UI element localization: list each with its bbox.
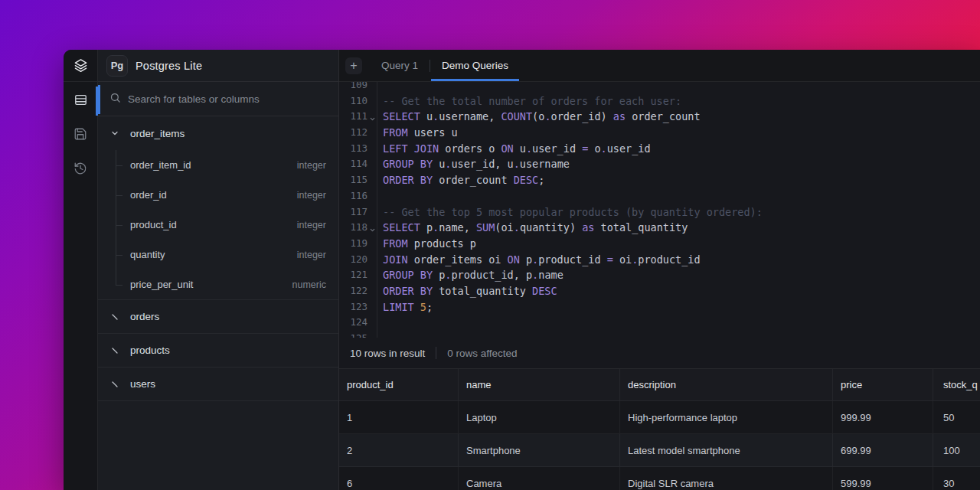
sidebar-header: Pg Postgres Lite	[98, 50, 338, 82]
token: .	[514, 158, 520, 170]
code-line: 122ORDER BY total_quantity DESC	[339, 283, 980, 299]
code-text: GROUP BY p.product_id, p.name	[377, 267, 980, 283]
token: -- Get the total number of orders for ea…	[383, 95, 681, 107]
tree-table-users[interactable]: users	[98, 368, 338, 401]
line-number: 120	[339, 252, 377, 268]
search-bar	[98, 82, 338, 116]
token: .	[532, 253, 538, 266]
token: as	[582, 221, 594, 234]
token: ;	[538, 174, 544, 186]
token	[414, 301, 420, 313]
cell: Digital SLR camera	[620, 467, 833, 490]
token: =	[607, 253, 613, 266]
table-row[interactable]: 6CameraDigital SLR camera599.9930	[339, 467, 980, 490]
column-name: product_id	[130, 219, 177, 230]
chevron-right-icon	[109, 380, 121, 389]
table-icon	[74, 93, 88, 109]
cell: Camera	[459, 467, 620, 490]
tab-list: Query 1Demo Queries	[370, 50, 520, 81]
app-title: Postgres Lite	[136, 60, 202, 72]
code-line: 118SELECT p.name, SUM(oi.quantity) as to…	[339, 220, 980, 236]
token: FROM	[383, 237, 408, 250]
tree-table-products[interactable]: products	[98, 334, 338, 368]
line-number: 125	[339, 331, 377, 338]
main-panel: + Query 1Demo Queries 109110-- Get the t…	[339, 50, 980, 490]
tree-table-orders[interactable]: orders	[98, 300, 338, 334]
code-text: LIMIT 5;	[377, 299, 980, 315]
tab-demo-queries[interactable]: Demo Queries	[430, 50, 520, 81]
code-line: 112FROM users u	[339, 125, 980, 141]
code-line: 125	[339, 331, 980, 338]
token: quantity)	[520, 221, 582, 234]
token: order_count	[433, 174, 514, 186]
token: order_id)	[551, 110, 613, 122]
table-name: order_items	[130, 128, 185, 139]
code-text: ORDER BY order_count DESC;	[377, 172, 980, 188]
code-line: 120JOIN order_items oi ON p.product_id =…	[339, 252, 980, 268]
token: GROUP BY	[383, 158, 433, 170]
code-text: -- Get the top 5 most popular products (…	[377, 204, 980, 220]
cell: 999.99	[833, 401, 933, 433]
table-row[interactable]: 1LaptopHigh-performance laptop999.9950	[339, 401, 980, 434]
tab-query-1[interactable]: Query 1	[370, 50, 430, 81]
tree-table-order_items[interactable]: order_items	[98, 116, 338, 150]
tree-column-order_id[interactable]: order_idinteger	[98, 180, 338, 210]
desktop-background: Pg Postgres Lite order_itemsorder_item_i…	[0, 0, 980, 490]
table-name: orders	[130, 311, 159, 322]
tree-column-order_item_id[interactable]: order_item_idinteger	[98, 150, 338, 180]
token: LEFT JOIN	[383, 142, 439, 155]
gutter-divider	[377, 82, 377, 338]
token: product_id	[538, 253, 606, 266]
column-header-stock_q[interactable]: stock_q	[933, 369, 980, 400]
tab-bar: + Query 1Demo Queries	[339, 50, 980, 82]
code-text: JOIN order_items oi ON p.product_id = oi…	[377, 252, 980, 268]
token: SELECT	[383, 110, 420, 122]
token: o	[588, 142, 600, 155]
token: products p	[408, 237, 476, 250]
line-number: 123	[339, 299, 377, 315]
tree-column-quantity[interactable]: quantityinteger	[98, 240, 338, 270]
table-tree: order_itemsorder_item_idintegerorder_idi…	[98, 116, 338, 401]
code-line: 115ORDER BY order_count DESC;	[339, 172, 980, 188]
token: name,	[439, 221, 476, 234]
token: total_quantity	[594, 221, 688, 234]
code-line: 113LEFT JOIN orders o ON u.user_id = o.u…	[339, 141, 980, 157]
token: product_id	[638, 253, 700, 266]
sql-editor[interactable]: 109110-- Get the total number of orders …	[339, 82, 980, 338]
code-line: 124	[339, 315, 980, 331]
token: username,	[439, 110, 501, 122]
token: DESC	[532, 285, 557, 297]
code-line: 110-- Get the total number of orders for…	[339, 93, 980, 109]
code-text: GROUP BY u.user_id, u.username	[377, 156, 980, 172]
token: user_id	[532, 142, 582, 155]
table-row[interactable]: 2SmartphoneLatest model smartphone699.99…	[339, 434, 980, 467]
token: SUM	[476, 221, 495, 234]
column-header-name[interactable]: name	[459, 369, 620, 400]
cell: 599.99	[833, 467, 933, 490]
line-number: 121	[339, 267, 377, 283]
tree-column-price_per_unit[interactable]: price_per_unitnumeric	[98, 270, 338, 299]
code-line: 114GROUP BY u.user_id, u.username	[339, 156, 980, 172]
table-name: products	[130, 345, 170, 356]
token: .	[544, 110, 550, 122]
cell: 6	[339, 467, 459, 490]
line-number: 118	[339, 220, 377, 236]
column-header-product_id[interactable]: product_id	[339, 369, 459, 400]
new-tab-button[interactable]: +	[345, 57, 362, 74]
table-name: users	[130, 378, 155, 390]
rail-item-saved[interactable]	[64, 118, 97, 152]
chevron-right-icon	[109, 312, 121, 322]
line-number: 110	[339, 93, 377, 109]
code-line: 119FROM products p	[339, 236, 980, 252]
code-text: FROM products p	[377, 236, 980, 252]
token: GROUP BY	[383, 269, 433, 281]
rail-item-history[interactable]	[64, 152, 97, 187]
column-header-description[interactable]: description	[620, 369, 833, 400]
line-number: 111	[339, 109, 377, 125]
rail-item-tables[interactable]	[64, 83, 97, 118]
column-header-price[interactable]: price	[833, 369, 933, 400]
search-input[interactable]	[128, 93, 338, 105]
tree-column-product_id[interactable]: product_idinteger	[98, 210, 338, 240]
token: 5	[420, 301, 426, 313]
token: LIMIT	[383, 301, 414, 313]
